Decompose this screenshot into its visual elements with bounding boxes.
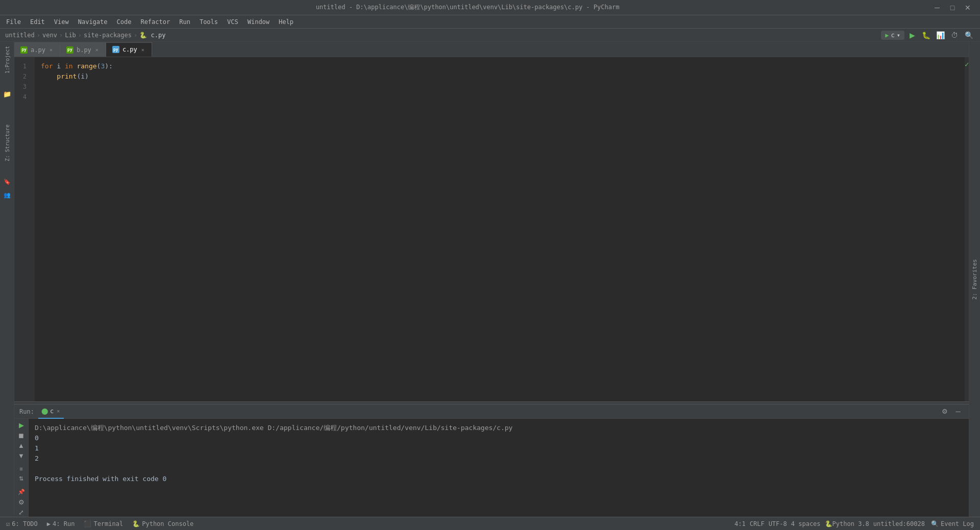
run-status-icon: ▶ [47,520,51,527]
event-log[interactable]: 🔍 Event Log [929,520,976,527]
search-everywhere-button[interactable]: 🔍 [963,29,975,41]
expand-button[interactable]: ⤢ [16,508,27,517]
line-num-4: 4 [14,92,31,102]
sidebar-project[interactable]: 1:Project [1,44,13,75]
sidebar-structure[interactable]: Z: Structure [1,122,13,163]
menu-run[interactable]: Run [175,17,194,27]
profile-button[interactable]: ⏱ [948,29,961,41]
event-log-label: Event Log [941,520,974,527]
maximize-button[interactable]: □ [945,1,960,15]
menu-code[interactable]: Code [113,17,136,27]
status-bar-right: 4:1 CRLF UTF-8 4 spaces 🐍Python 3.8 unti… [734,520,976,527]
line-num-3: 3 [14,82,31,92]
scrollbar-gutter: ✓ [965,57,969,401]
breadcrumb-site-packages[interactable]: site-packages [84,32,132,39]
run-tab-close[interactable]: ✕ [56,408,61,414]
tab-icon-bpy: py [66,46,74,54]
menu-edit[interactable]: Edit [26,17,49,27]
run-config-selector[interactable]: ▶ c ▾ [881,31,904,40]
run-output-1: 1 [35,443,963,453]
sidebar-people[interactable]: 👥 [1,189,13,201]
terminal-icon: ⬛ [84,520,91,527]
menu-help[interactable]: Help [275,17,298,27]
menu-file[interactable]: File [2,17,25,27]
run-panel-settings[interactable]: ⚙ [939,406,950,417]
menu-refactor[interactable]: Refactor [136,17,174,27]
toolbar-right: ▶ c ▾ ▶ 🐛 📊 ⏱ 🔍 [881,29,975,41]
run-button[interactable]: ▶ [906,30,918,41]
status-terminal[interactable]: ⬛ Terminal [82,520,125,527]
status-run[interactable]: ▶ 4: Run [45,520,77,527]
favorites-label[interactable]: 2: Favorites [971,259,978,299]
run-command-line: D:\applicance\编程\python\untitled\venv\Sc… [35,423,963,433]
breadcrumb-cpy[interactable]: 🐍 c.py [139,32,165,39]
breadcrumb-untitled[interactable]: untitled [5,32,35,39]
line-ending[interactable]: CRLF [750,520,765,527]
stop-button[interactable]: ◼ [16,431,27,440]
title-bar-controls: ─ □ ✕ [930,1,975,15]
run-again-button[interactable]: ▶ [16,421,27,430]
main-content: 1:Project 📁 Z: Structure 🔖 👥 py a.py ✕ p… [0,42,980,517]
tab-icon-cpy: py [112,46,119,53]
build-id: untitled:60028 [873,520,925,527]
sort-button[interactable]: ⇅ [16,474,27,483]
file-encoding[interactable]: UTF-8 [769,520,787,527]
debug-button[interactable]: 🐛 [920,29,932,41]
run-output-blank [35,464,963,474]
tab-label-apy: a.py [31,46,45,54]
indent-info[interactable]: 4 spaces [791,520,821,527]
coverage-button[interactable]: 📊 [934,29,946,41]
tab-bpy[interactable]: py b.py ✕ [60,42,106,57]
tab-close-bpy[interactable]: ✕ [94,47,100,53]
scroll-down-button[interactable]: ▼ [16,451,27,460]
sidebar-bookmark[interactable]: 🔖 [1,175,13,188]
run-panel-header: Run: ⬤ c ✕ ⚙ ─ [14,405,969,419]
breadcrumb-venv[interactable]: venv [42,32,57,39]
run-panel-tab[interactable]: ⬤ c ✕ [38,405,64,419]
run-panel-controls: ⚙ ─ [939,406,964,417]
status-python-console[interactable]: 🐍 Python Console [130,520,195,527]
run-panel-minimize[interactable]: ─ [952,406,964,417]
menu-navigate[interactable]: Navigate [74,17,112,27]
breadcrumb-lib[interactable]: Lib [65,32,76,39]
run-exit-line: Process finished with exit code 0 [35,474,963,484]
menu-window[interactable]: Window [243,17,274,27]
line-num-2: 2 [14,71,31,82]
settings-side-button[interactable]: ⚙ [16,498,27,507]
cursor-position[interactable]: 4:1 [734,520,746,527]
run-panel-label: Run: [19,408,34,415]
sidebar-folder[interactable]: 📁 [1,88,13,100]
status-bar-left: ☑ 6: TODO ▶ 4: Run ⬛ Terminal 🐍 Python C… [4,520,195,527]
run-status-label: 4: Run [53,520,75,527]
menu-view[interactable]: View [50,17,73,27]
title-bar: untitled - D:\applicance\编程\python\untit… [0,0,980,15]
run-config-chevron: ▾ [897,32,900,39]
tab-cpy[interactable]: py c.py ✕ [106,42,152,57]
pin-tab-button[interactable]: 📌 [16,488,27,496]
tab-apy[interactable]: py a.py ✕ [14,42,60,57]
editor-main: 1 2 3 4 for i in range(3): print(i) ✓ [14,57,969,401]
scroll-up-button[interactable]: ▲ [16,441,27,450]
run-output-2: 2 [35,453,963,464]
python-console-icon: 🐍 [132,520,140,527]
close-button[interactable]: ✕ [961,1,975,15]
menu-vcs[interactable]: VCS [223,17,242,27]
tab-close-apy[interactable]: ✕ [48,47,54,53]
pin-button[interactable]: ≡ [16,465,27,473]
status-todo[interactable]: ☑ 6: TODO [4,520,40,527]
run-output-0: 0 [35,433,963,443]
code-editor[interactable]: for i in range(3): print(i) [35,57,965,401]
tab-icon-apy: py [20,46,28,54]
breadcrumb: untitled › venv › Lib › site-packages › … [5,32,165,39]
run-tab-icon: ⬤ [41,408,48,415]
breadcrumb-sep-1: › [37,32,40,39]
window-title: untitled - D:\applicance\编程\python\untit… [5,3,930,12]
status-bar: ☑ 6: TODO ▶ 4: Run ⬛ Terminal 🐍 Python C… [0,517,980,530]
tab-close-cpy[interactable]: ✕ [140,47,145,53]
minimize-button[interactable]: ─ [930,1,944,15]
menu-tools[interactable]: Tools [195,17,222,27]
run-config-icon: ▶ [885,32,889,39]
python-version[interactable]: 🐍Python 3.8 [825,520,869,527]
breadcrumb-sep-4: › [134,32,137,39]
line-numbers: 1 2 3 4 [14,57,35,401]
